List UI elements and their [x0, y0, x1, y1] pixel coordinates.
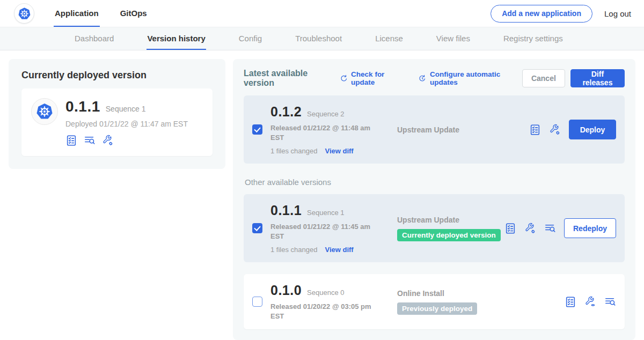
available-versions-header: Latest available version Check for updat…	[244, 69, 625, 88]
kubernetes-logo	[14, 3, 34, 24]
sequence-label: Sequence 1	[307, 209, 344, 217]
deployed-version-card: 0.1.1 Sequence 1 Deployed 01/21/22 @ 11:…	[21, 88, 213, 156]
currently-deployed-badge: Currently deployed version	[397, 229, 501, 241]
cancel-button[interactable]: Cancel	[522, 69, 565, 87]
released-timestamp: Released 01/21/22 @ 11:48 am EST	[270, 123, 377, 142]
released-timestamp: Released 01/20/22 @ 03:05 pm EST	[270, 302, 377, 321]
other-available-versions-title: Other available versions	[245, 178, 625, 187]
config-wrench-gear-icon[interactable]	[549, 124, 561, 136]
tab-view-files[interactable]: View files	[436, 27, 471, 50]
version-row-0-1-1: 0.1.1 Sequence 1 Released 01/21/22 @ 11:…	[244, 194, 625, 262]
check-for-update-label: Check for update	[351, 70, 405, 86]
view-diff-link[interactable]: View diff	[325, 147, 353, 155]
main-content: Currently deployed version 0.1.1 Sequenc…	[0, 50, 644, 340]
configure-automatic-updates-label: Configure automatic updates	[430, 70, 522, 86]
version-row-0-1-2: 0.1.2 Sequence 2 Released 01/21/22 @ 11:…	[244, 95, 625, 164]
files-changed-label: 1 files changed	[270, 246, 317, 254]
logout-link[interactable]: Log out	[604, 9, 631, 18]
tab-troubleshoot[interactable]: Troubleshoot	[295, 27, 342, 50]
version-row-0-1-0: 0.1.0 Sequence 0 Released 01/20/22 @ 03:…	[244, 274, 625, 329]
diff-select-checkbox[interactable]	[252, 297, 262, 307]
add-new-application-button[interactable]: Add a new application	[491, 5, 592, 23]
version-source-label: Online Install	[397, 289, 565, 298]
preflight-checklist-icon[interactable]	[504, 223, 516, 234]
preflight-checklist-icon[interactable]	[65, 135, 77, 146]
tab-registry-settings[interactable]: Registry settings	[503, 27, 564, 50]
check-for-update-link[interactable]: Check for update	[340, 70, 406, 86]
app-icon	[31, 98, 58, 125]
preflight-checklist-icon[interactable]	[529, 124, 541, 136]
deployed-version-number: 0.1.1	[65, 98, 100, 115]
diff-releases-button[interactable]: Diff releases	[570, 69, 625, 87]
config-wrench-gear-icon[interactable]	[524, 223, 536, 234]
config-wrench-gear-icon[interactable]	[102, 135, 114, 146]
preflight-checklist-icon[interactable]	[565, 296, 576, 308]
view-diff-link[interactable]: View diff	[325, 246, 353, 254]
currently-deployed-title: Currently deployed version	[21, 70, 213, 81]
config-wrench-eye-icon[interactable]	[584, 296, 596, 308]
previously-deployed-badge: Previously deployed	[397, 302, 477, 315]
version-number: 0.1.0	[270, 283, 302, 298]
latest-available-title: Latest available version	[244, 69, 333, 88]
tab-version-history[interactable]: Version history	[147, 27, 206, 50]
configure-automatic-updates-link[interactable]: Configure automatic updates	[418, 70, 522, 86]
deploy-logs-icon[interactable]	[544, 223, 556, 234]
deployed-sequence-label: Sequence 1	[106, 105, 146, 113]
version-source-label: Upstream Update	[397, 216, 504, 224]
diff-select-checkbox[interactable]	[252, 223, 262, 233]
sequence-label: Sequence 0	[307, 289, 344, 297]
top-navigation: Application GitOps Add a new application…	[0, 0, 644, 27]
files-changed-label: 1 files changed	[270, 147, 317, 155]
refresh-icon	[340, 74, 348, 83]
deploy-logs-icon[interactable]	[84, 135, 96, 146]
deploy-button[interactable]: Deploy	[569, 120, 616, 139]
diff-select-checkbox[interactable]	[252, 124, 262, 135]
version-source-label: Upstream Update	[397, 125, 529, 134]
currently-deployed-panel: Currently deployed version 0.1.1 Sequenc…	[9, 59, 225, 169]
released-timestamp: Released 01/21/22 @ 11:45 am EST	[270, 222, 377, 241]
redeploy-button[interactable]: Redeploy	[564, 218, 616, 238]
version-number: 0.1.1	[270, 203, 302, 218]
app-subnav: Dashboard Version history Config Trouble…	[0, 27, 644, 50]
available-versions-panel: Latest available version Check for updat…	[233, 59, 635, 340]
schedule-update-icon	[418, 74, 427, 83]
deploy-logs-icon[interactable]	[604, 296, 616, 308]
tab-dashboard[interactable]: Dashboard	[74, 27, 114, 50]
version-number: 0.1.2	[270, 104, 302, 120]
topnav-tab-gitops[interactable]: GitOps	[119, 0, 148, 27]
deployed-timestamp: Deployed 01/21/22 @ 11:47 am EST	[65, 120, 188, 128]
tab-config[interactable]: Config	[238, 27, 262, 50]
topnav-tabs: Application GitOps	[54, 0, 148, 27]
topnav-tab-application[interactable]: Application	[54, 0, 100, 27]
tab-license[interactable]: License	[375, 27, 404, 50]
sequence-label: Sequence 2	[307, 110, 344, 118]
